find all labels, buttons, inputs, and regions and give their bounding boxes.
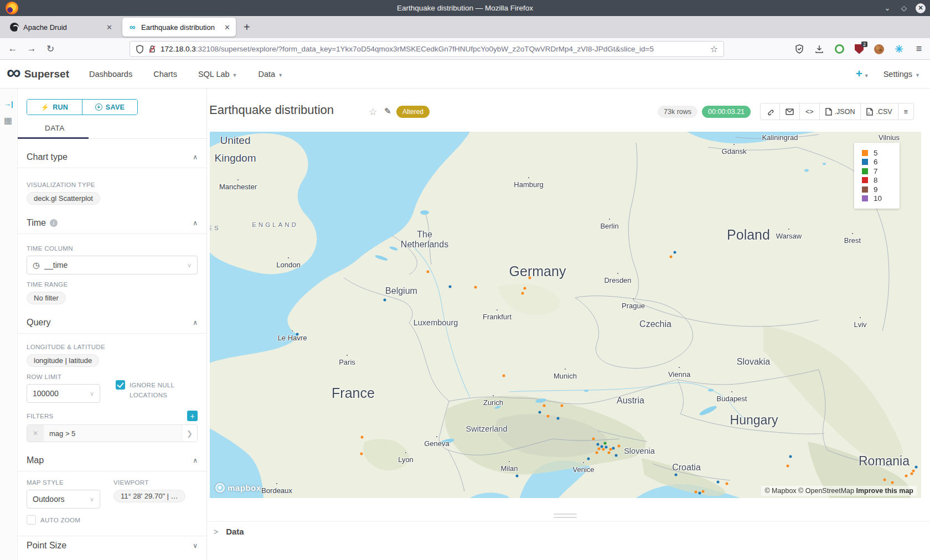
chevron-down-icon: ▼ bbox=[864, 73, 869, 79]
insecure-lock-icon[interactable] bbox=[148, 45, 156, 54]
mapbox-logo[interactable]: mapbox bbox=[215, 483, 261, 492]
export-csv-button[interactable]: x .CSV bbox=[860, 103, 897, 120]
download-icon[interactable] bbox=[814, 44, 825, 55]
favorite-star-icon[interactable]: ☆ bbox=[369, 106, 377, 118]
map-label: United bbox=[220, 134, 251, 147]
bookmark-star-icon[interactable]: ☆ bbox=[710, 44, 718, 54]
map-label: Croatia bbox=[672, 463, 701, 473]
asterisk-extension-icon[interactable]: ✳ bbox=[893, 44, 905, 55]
checkbox-unchecked-icon[interactable] bbox=[27, 515, 36, 525]
section-point-size[interactable]: Point Size∨ bbox=[27, 541, 198, 551]
add-filter-button[interactable]: + bbox=[187, 411, 198, 421]
ublock-shield-icon[interactable]: 2 bbox=[854, 44, 865, 55]
tab-earthquake-distribution[interactable]: ∞ Earthquake distribution ✕ bbox=[122, 18, 236, 37]
back-button[interactable]: ← bbox=[3, 43, 22, 54]
scatter-point bbox=[296, 333, 299, 336]
section-chart-type[interactable]: Chart type∧ bbox=[27, 152, 198, 162]
firefox-logo-icon bbox=[6, 2, 18, 14]
data-panel-toggle[interactable]: > Data bbox=[214, 527, 244, 536]
legend-swatch bbox=[862, 186, 868, 193]
cookie-extension-icon[interactable] bbox=[874, 44, 885, 55]
map-basemap bbox=[210, 132, 921, 498]
window-close-icon[interactable]: ✕ bbox=[916, 3, 926, 13]
scatter-point bbox=[427, 271, 430, 273]
section-query[interactable]: Query∧ bbox=[27, 318, 198, 328]
filter-chip[interactable]: ✕ mag > 5 ❯ bbox=[27, 424, 198, 442]
chart-menu-icon[interactable]: ≡ bbox=[898, 103, 913, 120]
dataset-grid-icon[interactable]: ▦ bbox=[4, 115, 12, 126]
chart-title[interactable]: Earthquake distribution bbox=[209, 103, 334, 117]
city-dot bbox=[405, 452, 407, 454]
nav-item-sql-lab[interactable]: SQL Lab▼ bbox=[198, 70, 237, 79]
embed-code-button[interactable]: <> bbox=[799, 103, 819, 120]
scatter-point bbox=[587, 458, 590, 460]
improve-map-link[interactable]: Improve this map bbox=[856, 487, 914, 495]
checkbox-checked-icon[interactable] bbox=[116, 380, 125, 390]
lonlat-value[interactable]: longitude | latitude bbox=[27, 354, 99, 367]
map-label: Poland bbox=[727, 227, 770, 243]
superset-brand[interactable]: Superset bbox=[24, 68, 69, 80]
url-host: 172.18.0.3 bbox=[161, 45, 196, 53]
map-legend: 5678910 bbox=[854, 143, 900, 209]
pocket-shield-icon[interactable] bbox=[794, 44, 805, 55]
new-tab-button[interactable]: + bbox=[244, 21, 250, 34]
section-time[interactable]: Time i ∧ bbox=[27, 218, 198, 228]
run-button[interactable]: ⚡RUN bbox=[27, 100, 82, 115]
remove-filter-icon[interactable]: ✕ bbox=[27, 425, 44, 442]
settings-menu[interactable]: Settings▼ bbox=[884, 70, 920, 79]
window-maximize-icon[interactable]: ◇ bbox=[899, 3, 909, 13]
ignore-null-checkbox[interactable]: IGNORE NULL LOCATIONS bbox=[116, 380, 180, 401]
email-button[interactable] bbox=[779, 103, 799, 120]
viewport-value[interactable]: 11° 28' 29.70" | 50... bbox=[113, 490, 185, 502]
time-column-select[interactable]: ◷ __time ∨ bbox=[27, 256, 198, 274]
nav-item-data[interactable]: Data▼ bbox=[259, 70, 283, 79]
row-limit-label: ROW LIMIT bbox=[27, 374, 100, 380]
nav-item-dashboards[interactable]: Dashboards bbox=[89, 70, 132, 79]
row-limit-select[interactable]: 100000 ∨ bbox=[27, 384, 100, 403]
window-minimize-icon[interactable]: ⌄ bbox=[882, 3, 892, 13]
bolt-icon: ⚡ bbox=[41, 103, 49, 111]
section-map[interactable]: Map∧ bbox=[27, 455, 198, 465]
chevron-right-icon: > bbox=[214, 527, 218, 536]
reload-button[interactable]: ↻ bbox=[41, 43, 60, 55]
tab-close-icon[interactable]: ✕ bbox=[224, 23, 230, 32]
visualization-type-value[interactable]: deck.gl Scatterplot bbox=[27, 192, 100, 205]
url-path: :32108/superset/explore/?form_data_key=1… bbox=[196, 45, 654, 53]
chevron-right-icon[interactable]: ❯ bbox=[182, 425, 197, 442]
chevron-down-icon: ▼ bbox=[232, 72, 237, 78]
city-dot bbox=[276, 483, 278, 485]
deckgl-scatterplot-map[interactable]: UnitedKingdomManchesterENGLANDLondonESTh… bbox=[210, 132, 921, 498]
expand-datasource-icon[interactable]: →| bbox=[4, 100, 13, 108]
tracking-shield-icon[interactable] bbox=[136, 45, 144, 54]
tab-apache-druid[interactable]: Apache Druid ✕ bbox=[4, 18, 118, 37]
legend-item: 5 bbox=[862, 148, 900, 158]
map-label: Zurich bbox=[483, 398, 503, 407]
auto-zoom-checkbox[interactable]: AUTO ZOOM bbox=[27, 515, 198, 525]
tab-label: Apache Druid bbox=[23, 23, 103, 32]
scatter-point bbox=[384, 299, 386, 302]
time-range-value[interactable]: No filter bbox=[27, 292, 66, 304]
mapbox-attribution-link[interactable]: © Mapbox bbox=[764, 487, 796, 495]
scatter-point bbox=[905, 475, 908, 478]
scatter-point bbox=[557, 417, 560, 420]
svg-text:x: x bbox=[868, 111, 870, 115]
extension-green-icon[interactable] bbox=[834, 44, 845, 55]
map-style-select[interactable]: Outdoors ∨ bbox=[27, 490, 100, 509]
tab-data[interactable]: DATA bbox=[45, 124, 65, 132]
scatter-point bbox=[360, 453, 363, 455]
add-new-button[interactable]: +▼ bbox=[856, 68, 869, 80]
nav-item-charts[interactable]: Charts bbox=[153, 70, 177, 79]
save-button[interactable]: +SAVE bbox=[82, 100, 137, 115]
browser-menu-icon[interactable]: ≡ bbox=[913, 44, 924, 55]
copy-link-button[interactable] bbox=[761, 103, 779, 120]
edit-title-icon[interactable]: ✎ bbox=[384, 106, 391, 116]
resize-handle[interactable] bbox=[554, 514, 577, 520]
forward-button[interactable]: → bbox=[22, 43, 41, 54]
scatter-point bbox=[449, 286, 452, 288]
tab-close-icon[interactable]: ✕ bbox=[106, 23, 112, 32]
export-json-button[interactable]: .JSON bbox=[819, 103, 861, 120]
url-bar[interactable]: 172.18.0.3:32108/superset/explore/?form_… bbox=[130, 41, 724, 57]
altered-badge[interactable]: Altered bbox=[396, 106, 430, 118]
file-icon bbox=[825, 108, 832, 116]
osm-attribution-link[interactable]: © OpenStreetMap bbox=[798, 487, 854, 495]
